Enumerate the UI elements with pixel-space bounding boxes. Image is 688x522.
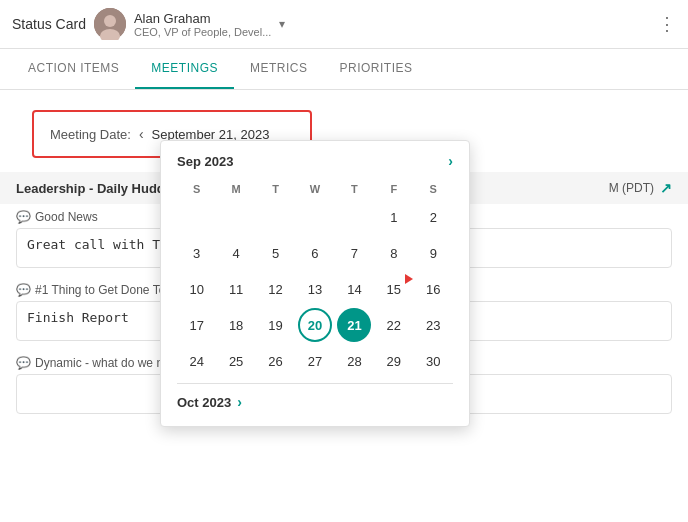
cal-day-7[interactable]: 7 [337, 236, 371, 270]
more-options-icon[interactable]: ⋮ [658, 13, 676, 35]
tab-bar: ACTION ITEMS MEETINGS METRICS PRIORITIES [0, 49, 688, 90]
cal-day-4[interactable]: 4 [219, 236, 253, 270]
cal-day-26[interactable]: 26 [259, 344, 293, 378]
cal-dow-t2: T [335, 179, 374, 199]
date-prev-arrow[interactable]: ‹ [139, 126, 144, 142]
main-content: Meeting Date: ‹ September 21, 2023 Leade… [0, 90, 688, 423]
cal-day-empty-2 [219, 200, 253, 234]
cal-day-9[interactable]: 9 [416, 236, 450, 270]
calendar-month-row: Sep 2023 › [177, 153, 453, 169]
cal-day-16[interactable]: 16 [416, 272, 450, 306]
cal-dow-s2: S [414, 179, 453, 199]
calendar-next-arrow[interactable]: › [448, 153, 453, 169]
meeting-date-label: Meeting Date: [50, 127, 131, 142]
cal-dow-f: F [374, 179, 413, 199]
section-header-right: M (PDT) ↗ [609, 180, 672, 196]
cal-day-14[interactable]: 14 [337, 272, 371, 306]
cal-day-empty-1 [180, 200, 214, 234]
good-news-icon: 💬 [16, 210, 31, 224]
cal-day-29[interactable]: 29 [377, 344, 411, 378]
cal-day-empty-3 [259, 200, 293, 234]
page-title: Status Card [12, 16, 86, 32]
cal-day-30[interactable]: 30 [416, 344, 450, 378]
app-header: Status Card Alan Graham CEO, VP of Peopl… [0, 0, 688, 49]
cal-dow-t1: T [256, 179, 295, 199]
cal-day-empty-4 [298, 200, 332, 234]
cal-day-22[interactable]: 22 [377, 308, 411, 342]
cal-day-28[interactable]: 28 [337, 344, 371, 378]
calendar-next-month-row[interactable]: Oct 2023 › [177, 394, 453, 410]
cal-day-20[interactable]: 20 [298, 308, 332, 342]
thing-icon: 💬 [16, 283, 31, 297]
calendar-grid: S M T W T F S 1 2 3 4 5 6 7 8 9 10 11 [177, 179, 453, 379]
cal-day-13[interactable]: 13 [298, 272, 332, 306]
section-title: Leadership - Daily Huddle [16, 181, 176, 196]
cal-day-18[interactable]: 18 [219, 308, 253, 342]
tab-meetings[interactable]: MEETINGS [135, 49, 234, 89]
cal-day-3[interactable]: 3 [180, 236, 214, 270]
cal-day-1[interactable]: 1 [377, 200, 411, 234]
cal-day-24[interactable]: 24 [180, 344, 214, 378]
cal-dow-m: M [216, 179, 255, 199]
external-link-icon[interactable]: ↗ [660, 180, 672, 196]
cal-dow-w: W [295, 179, 334, 199]
cal-day-11[interactable]: 11 [219, 272, 253, 306]
user-info: Alan Graham CEO, VP of People, Devel... [134, 11, 271, 38]
tab-priorities[interactable]: PRIORITIES [324, 49, 429, 89]
cal-day-10[interactable]: 10 [180, 272, 214, 306]
cal-day-6[interactable]: 6 [298, 236, 332, 270]
header-left: Status Card Alan Graham CEO, VP of Peopl… [12, 8, 285, 40]
calendar-popup: Sep 2023 › S M T W T F S 1 2 3 4 5 6 7 [160, 140, 470, 427]
cal-day-empty-5 [337, 200, 371, 234]
calendar-next-month-label: Oct 2023 [177, 395, 231, 410]
user-role: CEO, VP of People, Devel... [134, 26, 271, 38]
cal-day-8[interactable]: 8 [377, 236, 411, 270]
cal-day-27[interactable]: 27 [298, 344, 332, 378]
cal-day-2[interactable]: 2 [416, 200, 450, 234]
section-timezone: M (PDT) [609, 181, 654, 195]
cal-day-12[interactable]: 12 [259, 272, 293, 306]
calendar-current-month[interactable]: Sep 2023 [177, 154, 233, 169]
user-dropdown-arrow[interactable]: ▾ [279, 17, 285, 31]
cal-dow-s1: S [177, 179, 216, 199]
user-name: Alan Graham [134, 11, 271, 26]
tab-metrics[interactable]: METRICS [234, 49, 324, 89]
calendar-next-month-arrow[interactable]: › [237, 394, 242, 410]
dynamic-icon: 💬 [16, 356, 31, 370]
calendar-divider [177, 383, 453, 384]
tab-action-items[interactable]: ACTION ITEMS [12, 49, 135, 89]
cal-day-23[interactable]: 23 [416, 308, 450, 342]
svg-point-1 [104, 15, 116, 27]
avatar [94, 8, 126, 40]
cal-day-15[interactable]: 15 [377, 272, 411, 306]
cal-day-19[interactable]: 19 [259, 308, 293, 342]
cal-day-21[interactable]: 21 [337, 308, 371, 342]
cal-day-5[interactable]: 5 [259, 236, 293, 270]
cal-day-17[interactable]: 17 [180, 308, 214, 342]
cal-day-25[interactable]: 25 [219, 344, 253, 378]
